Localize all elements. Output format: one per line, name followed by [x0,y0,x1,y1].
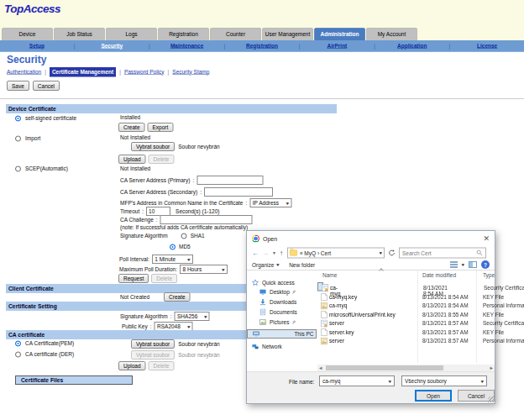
scep-radio[interactable] [15,165,21,171]
horizontal-scrollbar[interactable]: ◄ ► [317,365,495,371]
tab-user-management[interactable]: User Management [262,28,313,40]
subnav-security[interactable]: Security [75,43,149,50]
export-button[interactable]: Export [148,123,174,132]
sidebar-this-pc[interactable]: This PC [247,329,317,339]
column-name[interactable]: Name [322,272,337,279]
file-row[interactable]: server 8/13/2021 8:57 AM Security Certif… [317,319,495,328]
request-button[interactable]: Request [118,274,149,283]
ca-secondary-input[interactable] [204,187,273,197]
setting-signature-select[interactable]: SHA256▾ [175,312,210,321]
view-mode-dropdown-icon[interactable]: ▾ [462,262,465,268]
sidebar-downloads[interactable]: Downloads [247,297,317,307]
tab-job-status[interactable]: Job Status [54,28,105,40]
back-icon[interactable]: ← [252,249,259,256]
ca-challenge-input[interactable] [160,215,253,224]
subnav-maintenance[interactable]: Maintenance [150,43,224,50]
search-box[interactable]: Search Cert [399,248,486,259]
create-button[interactable]: Create [118,123,145,132]
file-row[interactable]: ca-myq 8/13/2021 8:54 AM Security Certif… [317,282,323,291]
cancel-button[interactable]: Cancel [33,81,60,91]
new-folder-button[interactable]: New folder [289,261,315,268]
file-type-dropdown-icon[interactable]: ▾ [481,378,485,384]
history-chevron-icon[interactable]: ▼ [272,249,276,256]
scep-delete-button[interactable]: Delete [151,274,177,283]
address-bar[interactable]: « MyQ › Cert ▾ [287,248,385,259]
sidebar-quick-access[interactable]: Quick access [247,278,317,287]
ca-delete-button[interactable]: Delete [149,361,175,370]
up-icon[interactable]: ↑ [280,249,283,256]
link-security-stamp[interactable]: Security Stamp [172,69,209,76]
view-mode-icon[interactable] [450,261,458,268]
choose-file-button[interactable]: Vybrat soubor [131,142,175,151]
tab-counter[interactable]: Counter [210,28,261,40]
save-button[interactable]: Save [7,81,29,91]
breadcrumb[interactable]: « MyQ › Cert [300,249,331,256]
ca-pem-choose-file[interactable]: Vybrat soubor [131,339,175,349]
self-signed-radio[interactable] [15,115,21,121]
file-row[interactable]: ca-myq 8/13/2021 8:54 AM Personal Inform… [317,302,495,311]
scrollbar-thumb[interactable] [326,365,443,370]
file-row[interactable]: server.key 8/13/2021 8:57 AM KEY File [317,328,495,337]
subnav-airprint[interactable]: AirPrint [301,43,375,50]
file-row[interactable]: ca-myq.key 8/13/2021 8:54 AM KEY File [317,292,495,302]
subnav-license[interactable]: License [450,43,524,50]
column-date-modified[interactable]: Date modified [422,272,456,279]
organize-button[interactable]: Organize [252,261,274,268]
scroll-left-icon[interactable]: ◄ [318,366,322,371]
ca-primary-input[interactable] [196,176,263,185]
page-title: Security [7,54,46,66]
mfp-address-select[interactable]: IP Address▾ [249,198,291,207]
poll-interval-select[interactable]: 1 Minute▾ [152,255,193,264]
resize-grip[interactable] [488,396,494,402]
link-password-policy[interactable]: Password Policy [124,69,165,76]
link-authentication[interactable]: Authentication [7,69,41,76]
subnav-application[interactable]: Application [375,43,449,50]
tab-administration[interactable]: Administration [314,28,365,40]
tab-my-account[interactable]: My Account [366,28,417,40]
upload-button[interactable]: Upload [118,155,146,164]
sidebar-network[interactable]: Network [247,342,317,351]
tab-logs[interactable]: Logs [106,28,157,40]
combobox-dropdown-icon[interactable]: ▾ [389,378,392,384]
ca-der-radio[interactable] [15,351,21,357]
ca-der-choose-file[interactable]: Vybrat soubor [131,350,175,360]
delete-button[interactable]: Delete [149,155,175,164]
tab-device[interactable]: Device [2,28,53,40]
sidebar-desktop[interactable]: Desktop [247,287,317,297]
max-poll-select[interactable]: 8 Hours▾ [180,265,228,274]
ca-upload-button[interactable]: Upload [118,361,146,370]
md5-radio[interactable] [170,244,176,249]
client-create-button[interactable]: Create [164,292,191,302]
forward-icon[interactable]: → [262,249,269,256]
sha1-radio[interactable] [181,233,187,239]
link-certificate-management[interactable]: Certificate Management [50,67,116,77]
subnav-registration[interactable]: Registration [225,43,299,50]
divider [0,98,524,99]
md5-label: MD5 [179,244,191,250]
tab-registration[interactable]: Registration [158,28,209,40]
ca-pem-radio[interactable] [15,340,21,346]
preview-pane-icon[interactable] [469,261,477,268]
self-signed-radio-row: self-signed certificate [15,115,76,122]
scroll-right-icon[interactable]: ► [490,366,494,371]
file-type-select[interactable]: Všechny soubory ▾ [401,375,487,386]
ca-secondary-label: CA Server Address (Secondary) [120,189,197,196]
signature-algorithm-row: Signature Algorithm SHA1 [120,233,205,239]
close-icon[interactable]: ✕ [483,235,490,243]
import-radio[interactable] [15,135,21,141]
address-dropdown-icon[interactable]: ▾ [380,250,383,256]
sidebar-pictures[interactable]: Pictures [247,318,317,327]
file-row[interactable]: microsoftUniversalPrint.key 8/13/2021 8:… [317,310,495,319]
open-button[interactable]: Open [415,390,452,402]
section-certificate-files: Certificate Files [15,375,133,385]
sidebar-documents[interactable]: Documents [247,307,317,317]
column-type[interactable]: Type [483,272,495,279]
file-name-combobox[interactable]: ca-myq ▾ [319,375,395,386]
refresh-icon[interactable] [388,249,396,257]
file-row[interactable]: server 8/13/2021 8:57 AM Personal Inform… [317,337,495,346]
admin-subnav: Setup| Security| Maintenance| Registrati… [0,40,524,52]
help-icon[interactable]: ? [481,260,490,269]
subnav-setup[interactable]: Setup [0,43,74,50]
client-cert-status: Not Created [120,294,149,301]
search-placeholder: Search Cert [402,249,432,256]
